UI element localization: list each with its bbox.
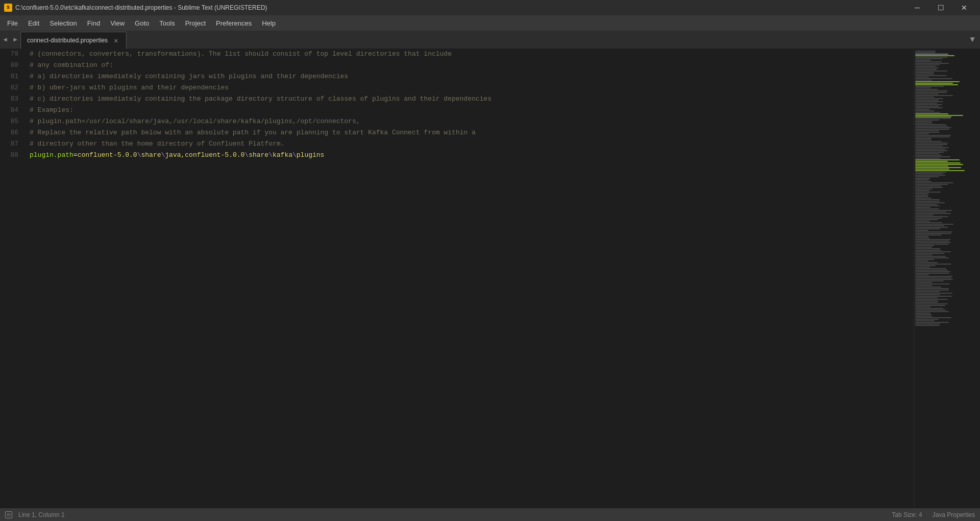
minimap-line — [915, 190, 929, 191]
code-lines: 79# (connectors, converters, transformat… — [0, 49, 914, 161]
minimap-line — [915, 187, 943, 188]
minimap-line — [915, 260, 928, 262]
menu-goto[interactable]: Goto — [130, 15, 154, 31]
line-text: # plugin.path=/usr/local/share/java,/usr… — [26, 116, 360, 127]
minimap-line — [915, 167, 961, 168]
minimap-line — [915, 204, 937, 205]
minimap-line — [915, 84, 958, 85]
editor-area: 79# (connectors, converters, transformat… — [0, 49, 980, 508]
line-number: 87 — [0, 138, 26, 150]
menu-selection[interactable]: Selection — [44, 15, 82, 31]
menu-tools[interactable]: Tools — [154, 15, 180, 31]
minimap-line — [915, 155, 942, 156]
tab-nav-left[interactable]: ◀ — [0, 31, 10, 49]
minimap-line — [915, 54, 948, 55]
line-text: plugin.path=confluent-5.0.0\share\java,c… — [26, 150, 324, 161]
minimap-line — [915, 153, 940, 154]
minimap-line — [915, 69, 937, 70]
minimap-line — [915, 130, 939, 131]
table-row: 85# plugin.path=/usr/local/share/java,/u… — [0, 116, 914, 127]
table-row: 87# directory other than the home direct… — [0, 138, 914, 150]
menu-find[interactable]: Find — [82, 15, 105, 31]
minimap-line — [915, 129, 949, 130]
minimap-line — [915, 227, 948, 228]
minimap-line — [915, 233, 951, 234]
minimap-line — [915, 95, 953, 96]
minimap-line — [915, 60, 931, 61]
minimap-line — [915, 169, 949, 170]
minimap-line — [915, 239, 950, 240]
minimap-line — [915, 303, 948, 304]
minimap-line — [915, 147, 949, 148]
minimap-line — [915, 165, 948, 167]
minimize-button[interactable]: ─ — [905, 0, 929, 15]
minimap-line — [915, 294, 940, 295]
code-content[interactable]: 79# (connectors, converters, transformat… — [0, 49, 914, 508]
minimap-line — [915, 201, 940, 202]
tab-dropdown-button[interactable]: ▼ — [965, 31, 980, 49]
menu-project[interactable]: Project — [180, 15, 211, 31]
minimap-line — [915, 110, 934, 111]
minimap-line — [915, 306, 930, 307]
minimap-line — [915, 195, 928, 196]
minimap-line — [915, 248, 940, 249]
minimap-line — [915, 161, 948, 162]
minimap-line — [915, 66, 936, 67]
syntax-status[interactable]: Java Properties — [933, 511, 975, 518]
minimap-line — [915, 132, 940, 133]
minimap-line — [915, 136, 950, 137]
menu-help[interactable]: Help — [257, 15, 281, 31]
tab-connect-distributed[interactable]: connect-distributed.properties ✕ — [20, 32, 127, 49]
minimap-line — [915, 265, 936, 266]
menu-edit[interactable]: Edit — [23, 15, 44, 31]
minimap-line — [915, 92, 947, 93]
minimap-line — [915, 287, 941, 288]
minimap-line — [915, 124, 946, 125]
minimap-line — [915, 242, 951, 243]
minimap-line — [915, 118, 950, 119]
minimap-line — [915, 141, 942, 142]
minimap-line — [915, 283, 950, 285]
minimap-line — [915, 245, 934, 246]
minimap-line — [915, 188, 933, 190]
menu-view[interactable]: View — [105, 15, 130, 31]
minimap-line — [915, 257, 949, 258]
maximize-button[interactable]: ☐ — [929, 0, 952, 15]
menu-bar: File Edit Selection Find View Goto Tools… — [0, 15, 980, 31]
menu-preferences[interactable]: Preferences — [211, 15, 257, 31]
minimap-line — [915, 162, 961, 163]
minimap-line — [915, 63, 949, 64]
tab-close-button[interactable]: ✕ — [112, 36, 120, 44]
tab-size-status[interactable]: Tab Size: 4 — [892, 511, 922, 518]
minimap-line — [915, 299, 948, 300]
close-button[interactable]: ✕ — [952, 0, 976, 15]
minimap-line — [915, 311, 949, 312]
table-row: 86# Replace the relative path below with… — [0, 127, 914, 138]
minimap-line — [915, 127, 951, 128]
minimap-line — [915, 57, 947, 58]
minimap-line — [915, 159, 960, 160]
table-row: 81# a) directories immediately containin… — [0, 71, 914, 82]
minimap-line — [915, 291, 940, 292]
minimap-line — [915, 251, 951, 252]
minimap-line — [915, 264, 951, 265]
minimap[interactable] — [914, 49, 980, 508]
status-left: ⊟ Line 1, Column 1 — [5, 511, 65, 518]
menu-file[interactable]: File — [2, 15, 23, 31]
minimap-line — [915, 55, 954, 56]
minimap-line — [915, 164, 963, 165]
line-col-status: Line 1, Column 1 — [18, 511, 65, 518]
minimap-line — [915, 282, 932, 283]
minimap-line — [915, 176, 939, 177]
minimap-line — [915, 279, 953, 280]
minimap-line — [915, 77, 929, 78]
tab-nav-right[interactable]: ▶ — [10, 31, 20, 49]
title-bar: S C:\confluent-5.0.0\etc\kafka\connect-d… — [0, 0, 980, 15]
minimap-line — [915, 230, 928, 231]
minimap-line — [915, 192, 941, 193]
minimap-line — [915, 80, 932, 81]
minimap-line — [915, 238, 929, 239]
minimap-line — [915, 121, 932, 122]
minimap-line — [915, 113, 948, 114]
minimap-line — [915, 109, 929, 110]
